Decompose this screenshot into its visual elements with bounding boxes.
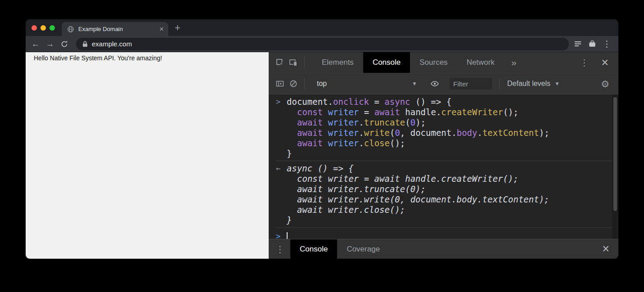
- console-prompt[interactable]: >: [276, 228, 618, 239]
- chevron-down-icon: ▼: [412, 81, 417, 87]
- device-toolbar-icon[interactable]: [287, 56, 300, 69]
- fullscreen-window-button[interactable]: [50, 25, 55, 31]
- minimize-window-button[interactable]: [41, 25, 46, 31]
- forward-icon[interactable]: →: [44, 38, 56, 50]
- browser-tab[interactable]: Example Domain ×: [62, 22, 168, 36]
- log-levels-label: Default levels: [507, 80, 550, 88]
- browser-menu-icon[interactable]: ⋮: [603, 39, 611, 49]
- profile-briefcase-icon[interactable]: [588, 40, 596, 48]
- tab-title: Example Domain: [78, 26, 155, 32]
- browser-window: Example Domain × + ← → example.com ⋮: [26, 19, 618, 259]
- reload-icon[interactable]: [58, 38, 71, 50]
- drawer-close-icon[interactable]: ×: [602, 243, 609, 255]
- tab-strip: Example Domain × +: [26, 19, 618, 36]
- console-command-entry: > document.onclick = async () => {const …: [276, 94, 618, 161]
- result-code: async () => {const writer = await handle…: [287, 163, 618, 225]
- drawer-tab-coverage[interactable]: Coverage: [337, 239, 389, 259]
- code-line: await writer.write(0, document.body.text…: [287, 194, 618, 205]
- code-line: const writer = await handle.createWriter…: [287, 107, 618, 117]
- code-line: document.onclick = async () => {: [287, 97, 618, 107]
- console-result-entry: ← async () => {const writer = await hand…: [276, 161, 618, 228]
- drawer-tab-console[interactable]: Console: [290, 239, 337, 259]
- devtools-menu-icon[interactable]: ⋮: [580, 58, 589, 67]
- tab-close-icon[interactable]: ×: [159, 25, 164, 33]
- chevron-down-icon: ▼: [554, 81, 560, 87]
- tab-console[interactable]: Console: [363, 52, 410, 73]
- more-tabs-icon[interactable]: »: [511, 57, 517, 68]
- address-bar[interactable]: example.com: [76, 38, 569, 50]
- console-scrollbar[interactable]: [612, 94, 618, 239]
- filter-input[interactable]: Filter: [450, 78, 492, 90]
- back-icon[interactable]: ←: [29, 38, 42, 50]
- close-window-button[interactable]: [32, 25, 37, 31]
- toolbar-divider: [304, 78, 305, 90]
- code-line: }: [287, 148, 618, 159]
- code-line: await writer.close();: [287, 205, 618, 215]
- devtools-close-icon[interactable]: ×: [601, 57, 608, 69]
- devtools-toolbar-actions: ⋮ ×: [580, 57, 618, 69]
- page-viewport: Hello Native File System API. You're ama…: [26, 52, 269, 259]
- result-arrow-icon: ←: [276, 163, 287, 225]
- browser-toolbar: ← → example.com ⋮: [26, 36, 618, 52]
- devtools-drawer: ⋮ Console Coverage ×: [269, 239, 618, 259]
- favicon-globe-icon: [67, 26, 74, 33]
- code-line: await writer.close();: [287, 138, 618, 148]
- context-selector[interactable]: top ▼: [314, 80, 420, 88]
- code-line: }: [287, 215, 618, 225]
- code-line: await writer.write(0, document.body.text…: [287, 128, 618, 138]
- window-content: Hello Native File System API. You're ama…: [26, 52, 618, 259]
- code-line: const writer = await handle.createWriter…: [287, 174, 618, 184]
- tab-elements[interactable]: Elements: [312, 52, 363, 73]
- toolbar-divider: [499, 78, 500, 90]
- context-selected-label: top: [317, 80, 327, 88]
- code-line: await writer.truncate(0);: [287, 184, 618, 194]
- command-code: document.onclick = async () => {const wr…: [287, 97, 618, 159]
- inspect-element-icon[interactable]: [273, 56, 287, 69]
- code-line: await writer.truncate(0);: [287, 117, 618, 128]
- new-tab-button[interactable]: +: [175, 23, 180, 33]
- command-chevron-icon: >: [276, 97, 287, 159]
- window-controls: [26, 25, 55, 31]
- filter-placeholder: Filter: [453, 80, 468, 88]
- gear-icon[interactable]: ⚙: [601, 79, 618, 89]
- drawer-tabs: Console Coverage: [290, 239, 389, 259]
- devtools-toolbar: Elements Console Sources Network » ⋮ ×: [269, 52, 618, 73]
- text-cursor: [287, 232, 288, 239]
- console-toolbar: top ▼ Filter Default levels ▼ ⚙: [269, 73, 618, 94]
- console-messages[interactable]: > document.onclick = async () => {const …: [269, 94, 618, 239]
- tab-sources[interactable]: Sources: [410, 52, 457, 73]
- drawer-menu-icon[interactable]: ⋮: [273, 243, 287, 256]
- url-text: example.com: [92, 40, 132, 48]
- toolbar-actions: ⋮: [574, 39, 614, 49]
- devtools-panel: Elements Console Sources Network » ⋮ ×: [269, 52, 618, 259]
- log-levels-dropdown[interactable]: Default levels ▼: [507, 80, 560, 88]
- reading-list-icon[interactable]: [574, 40, 582, 47]
- lock-icon[interactable]: [82, 41, 88, 47]
- code-line: async () => {: [287, 163, 618, 174]
- live-expression-eye-icon[interactable]: [428, 77, 441, 90]
- tab-network[interactable]: Network: [457, 52, 504, 73]
- toolbar-divider: [304, 57, 305, 68]
- page-body-text: Hello Native File System API. You're ama…: [34, 54, 162, 62]
- clear-console-icon[interactable]: [287, 77, 300, 90]
- scrollbar-thumb[interactable]: [613, 97, 617, 211]
- prompt-chevron-icon: >: [276, 231, 287, 239]
- console-sidebar-icon[interactable]: [273, 77, 287, 90]
- devtools-tabs: Elements Console Sources Network: [312, 52, 504, 73]
